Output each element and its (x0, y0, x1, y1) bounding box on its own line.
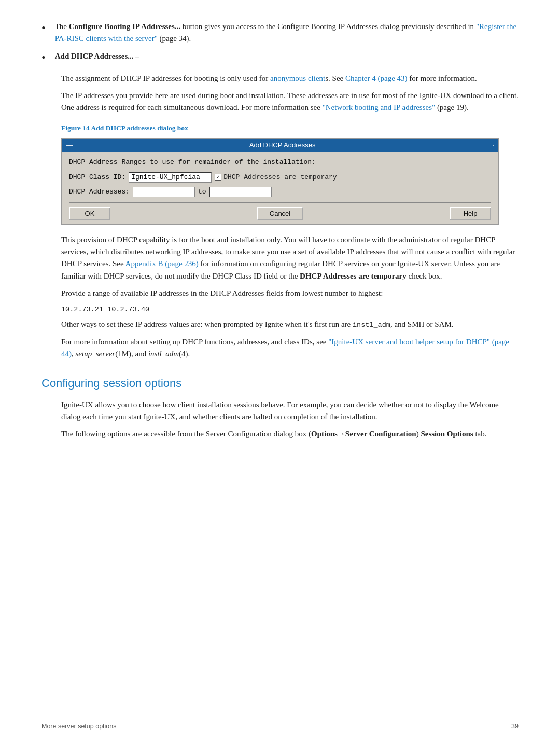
para3: This provision of DHCP capability is for… (61, 234, 519, 282)
bullet-item-1: • The Configure Booting IP Addresses... … (41, 21, 519, 45)
para6: For more information about setting up DH… (61, 336, 519, 361)
para5: Other ways to set these IP address value… (61, 319, 519, 331)
dialog-minimize-btn[interactable]: — (66, 140, 73, 150)
dialog-checkbox-row: ✓ DHCP Addresses are temporary (215, 172, 337, 183)
dialog-ok-button[interactable]: OK (69, 207, 110, 220)
para6-italic2: instl_adm (148, 350, 179, 358)
bullet1-text-before: The (55, 22, 69, 31)
page: • The Configure Booting IP Addresses... … (0, 0, 560, 746)
bullet1-text-after: button gives you access to the Configure… (180, 22, 476, 31)
para8-bold2: Server Configuration (345, 430, 416, 438)
dialog-classid-label: DHCP Class ID: (69, 172, 125, 183)
figure-caption: Figure 14 Add DHCP addresses dialog box (61, 123, 519, 134)
dialog-row1: DHCP Address Ranges to use for remainder… (69, 157, 491, 168)
para4: Provide a range of available IP addresse… (61, 287, 519, 299)
para1-chapter-link[interactable]: Chapter 4 (page 43) (345, 74, 408, 82)
dialog-title: Add DHCP Addresses (249, 140, 316, 150)
dialog-addr-from-input[interactable] (133, 187, 195, 197)
ip-example: 10.2.73.21 10.2.73.40 (61, 305, 519, 315)
para6-italic1: setup_server (76, 350, 116, 358)
bullet1-bold: Configure Booting IP Addresses... (69, 22, 180, 31)
para2: The IP addresses you provide here are us… (61, 90, 519, 114)
bullet-dot-2: • (41, 49, 46, 66)
dialog-row1-label: DHCP Address Ranges to use for remainder… (69, 157, 316, 168)
dialog-row2: DHCP Class ID: ✓ DHCP Addresses are temp… (69, 172, 491, 183)
dialog-buttons: OK Cancel Help (69, 202, 491, 220)
bullet-content-2: Add DHCP Addresses... – (55, 50, 519, 62)
dialog-close-btn[interactable]: · (492, 140, 494, 150)
para6-link[interactable]: "Ignite-UX server and boot helper setup … (61, 338, 509, 358)
bullet-content-1: The Configure Booting IP Addresses... bu… (55, 21, 519, 45)
post-dialog-section: This provision of DHCP capability is for… (61, 234, 519, 299)
dialog-addr-to-label: to (198, 187, 206, 197)
bullet-dot-1: • (41, 19, 46, 37)
bullet1-page: (page 34). (158, 34, 191, 43)
indented-section: The assignment of DHCP IP addresses for … (61, 73, 519, 114)
para8: The following options are accessible fro… (61, 428, 519, 440)
para1-link[interactable]: anonymous client (270, 74, 325, 82)
footer: More server setup options 39 (41, 722, 519, 731)
add-dhcp-dialog: — Add DHCP Addresses · DHCP Address Rang… (61, 138, 499, 225)
para1: The assignment of DHCP IP addresses for … (61, 73, 519, 85)
para3-link[interactable]: Appendix B (page 236) (125, 259, 199, 268)
dialog-checkbox-label: DHCP Addresses are temporary (223, 172, 337, 183)
footer-left: More server setup options (41, 722, 117, 731)
para5-mono1: instl_adm (353, 321, 390, 329)
para8-bold1: Options (311, 430, 338, 438)
footer-right: 39 (511, 722, 519, 731)
dialog-addr-to-input[interactable] (209, 187, 272, 197)
para2-link[interactable]: "Network booting and IP addresses" (323, 103, 436, 112)
para7: Ignite-UX allows you to choose how clien… (61, 399, 519, 423)
dialog-addr-label: DHCP Addresses: (69, 187, 130, 197)
para8-bold3: Session Options (421, 430, 473, 438)
section-heading: Configuring session options (41, 375, 519, 392)
post-ip-section: Other ways to set these IP address value… (61, 319, 519, 360)
session-options-section: Ignite-UX allows you to choose how clien… (61, 399, 519, 440)
dialog-cancel-button[interactable]: Cancel (257, 207, 303, 220)
bullet2-bold: Add DHCP Addresses... – (55, 52, 139, 60)
para3-bold: DHCP Addresses are temporary (300, 272, 407, 280)
dialog-help-button[interactable]: Help (450, 207, 491, 220)
dialog-classid-input[interactable] (129, 172, 212, 183)
dialog-body: DHCP Address Ranges to use for remainder… (62, 152, 498, 224)
dialog-addresses-row: DHCP Addresses: to (69, 187, 491, 197)
dialog-checkbox[interactable]: ✓ (215, 174, 221, 181)
bullet-item-2: • Add DHCP Addresses... – (41, 50, 519, 66)
dialog-titlebar: — Add DHCP Addresses · (62, 139, 498, 152)
